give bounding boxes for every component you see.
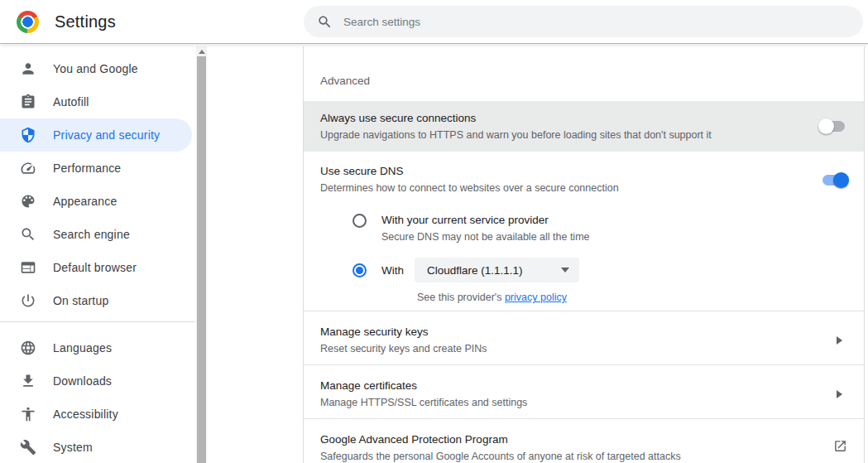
selected-provider: Cloudflare (1.1.1.1) <box>427 264 523 277</box>
chrome-settings-page: Settings You and Google Autofill Privacy… <box>0 0 868 463</box>
accessibility-icon <box>20 406 36 422</box>
sidebar-item-performance[interactable]: Performance <box>0 152 192 185</box>
radio-current-provider[interactable] <box>352 214 367 228</box>
row-subtitle: Manage HTTPS/SSL certificates and settin… <box>320 394 527 411</box>
sidebar-item-label: Accessibility <box>53 408 118 421</box>
person-icon <box>20 60 36 77</box>
with-label: With <box>381 264 404 277</box>
scrollbar-up-button[interactable] <box>196 46 207 56</box>
arrow-up-icon <box>199 50 205 54</box>
radio-custom-provider[interactable] <box>352 263 367 277</box>
dns-option-current-provider[interactable]: With your current service provider Secur… <box>304 208 864 249</box>
provider-privacy-note: See this provider's privacy policy <box>304 291 864 311</box>
sidebar-item-languages[interactable]: Languages <box>0 331 192 364</box>
toggle-knob <box>833 172 849 188</box>
row-subtitle: Reset security keys and create PINs <box>320 340 487 357</box>
sidebar-item-you-and-google[interactable]: You and Google <box>0 52 192 85</box>
globe-icon <box>20 340 36 356</box>
row-subtitle: Determines how to connect to websites ov… <box>320 180 619 196</box>
sidebar-item-default-browser[interactable]: Default browser <box>0 251 192 284</box>
row-manage-certificates[interactable]: Manage certificates Manage HTTPS/SSL cer… <box>304 364 864 418</box>
sidebar-item-label: System <box>53 441 93 454</box>
search-icon <box>317 14 333 30</box>
row-use-secure-dns: Use secure DNS Determines how to connect… <box>304 152 864 208</box>
advanced-section-header: Advanced <box>304 46 864 101</box>
row-manage-security-keys[interactable]: Manage security keys Reset security keys… <box>304 311 864 364</box>
secure-dns-toggle[interactable] <box>822 175 847 186</box>
browser-window-icon <box>20 259 36 276</box>
chevron-right-icon <box>837 390 842 398</box>
sidebar-item-label: Languages <box>53 341 112 354</box>
sidebar-item-label: Autofill <box>53 95 89 109</box>
sidebar-item-downloads[interactable]: Downloads <box>0 364 192 398</box>
row-subtitle: Upgrade navigations to HTTPS and warn yo… <box>320 127 712 143</box>
row-title: Use secure DNS <box>320 163 619 180</box>
dropdown-caret-icon <box>561 268 569 272</box>
sidebar-item-search-engine[interactable]: Search engine <box>0 218 192 251</box>
scrollbar-thumb[interactable] <box>197 56 206 463</box>
row-title: Manage security keys <box>320 324 487 340</box>
sidebar-item-label: You and Google <box>53 62 138 75</box>
sidebar-item-privacy-and-security[interactable]: Privacy and security <box>0 118 192 152</box>
row-texts: Google Advanced Protection Program Safeg… <box>320 432 681 463</box>
chrome-logo-icon <box>17 11 39 33</box>
row-texts: Manage security keys Reset security keys… <box>320 324 487 357</box>
app-header: Settings <box>0 0 868 43</box>
sidebar: You and Google Autofill Privacy and secu… <box>0 46 207 463</box>
row-action <box>837 390 847 398</box>
dns-option-custom-provider[interactable]: With Cloudflare (1.1.1.1) <box>304 249 864 291</box>
sidebar-scrollbar[interactable] <box>196 46 207 463</box>
shield-icon <box>20 127 36 143</box>
sidebar-item-appearance[interactable]: Appearance <box>0 185 192 218</box>
toggle-knob <box>818 118 834 134</box>
privacy-policy-link[interactable]: privacy policy <box>505 292 567 303</box>
row-action <box>837 336 847 345</box>
row-title: Manage certificates <box>320 378 527 394</box>
sidebar-divider <box>0 321 195 322</box>
row-advanced-protection-program[interactable]: Google Advanced Protection Program Safeg… <box>304 418 864 463</box>
radio-texts: With your current service provider Secur… <box>381 212 590 249</box>
row-texts: Use secure DNS Determines how to connect… <box>320 163 619 196</box>
sidebar-item-label: On startup <box>53 294 108 307</box>
row-texts: Manage certificates Manage HTTPS/SSL cer… <box>320 378 527 411</box>
advanced-label: Advanced <box>320 75 370 87</box>
content-area: Advanced Always use secure connections U… <box>207 46 868 463</box>
row-title: Always use secure connections <box>320 110 712 127</box>
sidebar-item-autofill[interactable]: Autofill <box>0 85 192 118</box>
search-bar[interactable] <box>304 6 863 37</box>
wrench-icon <box>20 439 36 456</box>
row-always-use-secure-connections: Always use secure connections Upgrade na… <box>304 101 864 152</box>
sidebar-item-label: Search engine <box>53 228 130 241</box>
row-texts: Always use secure connections Upgrade na… <box>320 110 712 143</box>
sidebar-item-label: Appearance <box>53 195 117 208</box>
sidebar-item-system[interactable]: System <box>0 431 192 463</box>
sidebar-item-label: Performance <box>53 162 121 175</box>
search-input[interactable] <box>343 16 850 28</box>
sidebar-item-accessibility[interactable]: Accessibility <box>0 398 192 431</box>
dns-provider-select[interactable]: Cloudflare (1.1.1.1) <box>415 258 579 282</box>
search-icon <box>20 226 36 243</box>
power-icon <box>20 292 36 309</box>
row-subtitle: Safeguards the personal Google Accounts … <box>320 448 681 463</box>
sidebar-menu: You and Google Autofill Privacy and secu… <box>0 46 207 463</box>
palette-icon <box>20 193 36 210</box>
sidebar-item-label: Downloads <box>53 374 112 388</box>
radio-sublabel: Secure DNS may not be available all the … <box>381 229 590 245</box>
privacy-note-prefix: See this provider's <box>417 292 505 303</box>
autofill-icon <box>20 94 36 110</box>
download-icon <box>20 373 36 389</box>
sidebar-item-label: Privacy and security <box>53 128 160 142</box>
sidebar-item-on-startup[interactable]: On startup <box>0 284 192 317</box>
row-title: Google Advanced Protection Program <box>320 432 681 448</box>
secure-connections-toggle[interactable] <box>820 121 845 132</box>
speedometer-icon <box>20 160 36 176</box>
chevron-right-icon <box>837 336 842 345</box>
page-title: Settings <box>55 0 116 43</box>
external-link-icon <box>833 439 847 456</box>
security-settings-card: Advanced Always use secure connections U… <box>303 46 865 463</box>
radio-label: With your current service provider <box>381 212 590 229</box>
sidebar-item-label: Default browser <box>53 261 137 274</box>
